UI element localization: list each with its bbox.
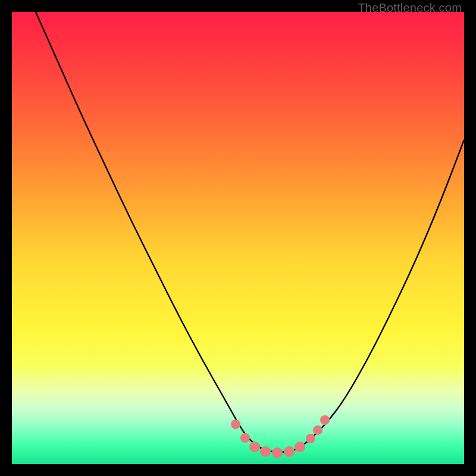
curve-marker bbox=[231, 419, 240, 429]
curve-marker bbox=[260, 446, 271, 457]
curve-marker bbox=[313, 425, 322, 435]
curve-marker bbox=[320, 415, 330, 425]
curve-marker bbox=[249, 441, 260, 452]
curve-markers bbox=[231, 415, 330, 458]
curve-marker bbox=[295, 441, 305, 452]
curve-marker bbox=[240, 433, 250, 443]
watermark-text: TheBottleneck.com bbox=[358, 1, 462, 15]
curve-marker bbox=[306, 434, 315, 443]
chart-svg bbox=[12, 12, 464, 464]
chart-frame bbox=[12, 12, 464, 464]
curve-marker bbox=[284, 446, 295, 457]
bottleneck-curve bbox=[36, 12, 464, 452]
curve-marker bbox=[272, 447, 283, 458]
